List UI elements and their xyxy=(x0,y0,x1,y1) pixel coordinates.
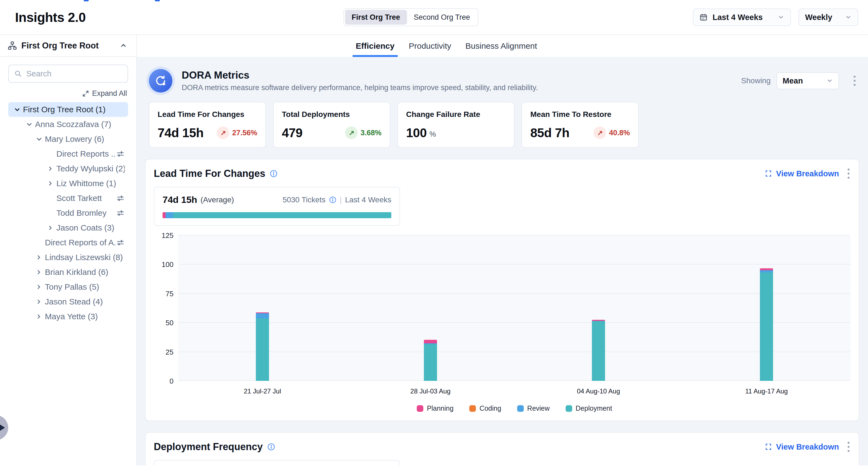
x-axis-label: 28 Jul-03 Aug xyxy=(410,387,451,395)
chevron-right-icon[interactable] xyxy=(47,225,56,231)
phase-segment-planning xyxy=(162,212,165,218)
top-right-controls: Last 4 Weeks Weekly xyxy=(693,8,858,26)
org-tree-toggle-second-org-tree[interactable]: Second Org Tree xyxy=(407,10,477,25)
dora-subtitle: DORA metrics measure software delivery p… xyxy=(182,84,538,92)
top-edge-artifact xyxy=(84,0,89,1)
tab-business-alignment[interactable]: Business Alignment xyxy=(465,35,537,57)
tree-item-jason-coats-3[interactable]: Jason Coats (3) xyxy=(8,221,128,235)
y-axis-tick-label: 75 xyxy=(165,290,174,298)
showing-control: Showing Mean xyxy=(741,72,857,89)
legend-swatch xyxy=(469,405,476,412)
filter-sliders-icon[interactable] xyxy=(116,209,125,217)
deployment-frequency-view-breakdown-button[interactable]: View Breakdown xyxy=(765,442,839,452)
chevron-right-icon[interactable] xyxy=(36,298,45,305)
tree-item-label: Mary Lowery (6) xyxy=(45,135,104,144)
tree-item-label: Liz Whittome (1) xyxy=(56,179,116,188)
tab-productivity[interactable]: Productivity xyxy=(409,35,451,57)
x-axis-label: 21 Jul-27 Jul xyxy=(244,387,281,395)
aggregation-select[interactable]: Mean xyxy=(777,72,839,89)
expand-corners-icon xyxy=(765,170,772,177)
chevron-right-icon[interactable] xyxy=(47,165,56,172)
tree-item-anna-scozzafava-7[interactable]: Anna Scozzafava (7) xyxy=(8,117,128,132)
expand-all-label: Expand All xyxy=(92,89,127,98)
tree-item-liz-whittome-1[interactable]: Liz Whittome (1) xyxy=(8,176,128,191)
expand-all-button[interactable]: Expand All xyxy=(8,89,127,98)
stat-card-value-row: 85d 7h↗40.8% xyxy=(530,125,630,140)
lead-time-section-title: Lead Time For Changes xyxy=(154,168,265,179)
app-window: Insights 2.0 First Org TreeSecond Org Tr… xyxy=(0,0,868,466)
legend-item-review: Review xyxy=(517,404,550,412)
chart-bar-21-jul-27-jul[interactable] xyxy=(256,312,269,381)
chevron-down-icon[interactable] xyxy=(26,121,35,128)
search-input[interactable] xyxy=(26,69,129,78)
tree-item-direct-reports[interactable]: Direct Reports ... xyxy=(8,146,128,161)
stat-card-value: 100 xyxy=(406,125,427,140)
tree-item-todd-bromley[interactable]: Todd Bromley xyxy=(8,206,128,221)
legend-item-coding: Coding xyxy=(469,404,501,412)
chevron-right-icon[interactable] xyxy=(36,269,45,275)
filter-sliders-icon[interactable] xyxy=(116,238,125,247)
dora-cycle-icon xyxy=(149,69,173,92)
dora-kebab-menu-icon[interactable] xyxy=(853,75,857,87)
stat-card-value: 74d 15h xyxy=(158,125,204,140)
tree-item-mary-lowery-6[interactable]: Mary Lowery (6) xyxy=(8,132,128,146)
tree-item-jason-stead-4[interactable]: Jason Stead (4) xyxy=(8,294,128,309)
tree-item-first-org-tree-root-1[interactable]: First Org Tree Root (1) xyxy=(8,102,128,117)
tab-efficiency[interactable]: Efficiency xyxy=(356,35,395,57)
trend-up-arrow-icon: ↗ xyxy=(217,126,229,139)
active-tab-underline xyxy=(352,55,398,57)
bar-segment-deployment xyxy=(760,272,773,381)
tree-item-brian-kirkland-6[interactable]: Brian Kirkland (6) xyxy=(8,265,128,280)
tree-item-lindsay-liszewski-8[interactable]: Lindsay Liszewski (8) xyxy=(8,250,128,265)
filter-sliders-icon[interactable] xyxy=(116,194,125,203)
deployment-frequency-summary-card xyxy=(154,460,400,465)
chevron-right-icon[interactable] xyxy=(36,284,45,290)
tree-item-scott-tarkett[interactable]: Scott Tarkett xyxy=(8,191,128,206)
tree-item-direct-reports-of-a[interactable]: Direct Reports of A... xyxy=(8,235,128,250)
sidebar-header[interactable]: First Org Tree Root xyxy=(0,35,136,57)
lead-time-chart: 0255075100125 21 Jul-27 Jul28 Jul-03 Aug… xyxy=(154,235,850,412)
info-icon[interactable] xyxy=(267,443,275,451)
top-edge-artifact xyxy=(155,0,160,1)
chart-bar-04-aug-10-aug[interactable] xyxy=(592,320,605,381)
trend-up-arrow-icon: ↗ xyxy=(593,126,606,139)
dora-title: DORA Metrics xyxy=(182,69,538,81)
tab-label: Productivity xyxy=(409,41,451,51)
filter-sliders-icon[interactable] xyxy=(116,149,125,158)
granularity-select[interactable]: Weekly xyxy=(799,8,858,26)
stat-card-delta-value: 40.8% xyxy=(609,129,630,137)
lead-time-summary-card: 74d 15h (Average) 5030 Tickets xyxy=(154,187,400,226)
summary-qualifier: (Average) xyxy=(200,196,234,204)
chart-gridline xyxy=(178,235,850,235)
view-breakdown-label: View Breakdown xyxy=(776,169,839,178)
deployment-frequency-header: Deployment Frequency xyxy=(154,441,850,453)
tree-item-teddy-wylupski-2[interactable]: Teddy Wylupski (2) xyxy=(8,161,128,176)
tab-label: Efficiency xyxy=(356,41,395,51)
search-box[interactable] xyxy=(8,65,128,83)
chevron-right-icon[interactable] xyxy=(47,180,56,187)
chart-bar-11-aug-17-aug[interactable] xyxy=(760,268,773,381)
collapse-chevron-up-icon[interactable] xyxy=(120,42,127,49)
info-icon[interactable] xyxy=(329,196,337,204)
stat-card-total-deployments: Total Deployments479↗3.68% xyxy=(273,102,390,148)
tree-item-maya-yette-3[interactable]: Maya Yette (3) xyxy=(8,309,128,324)
org-tree-sidebar: First Org Tree Root xyxy=(0,35,137,465)
date-range-select[interactable]: Last 4 Weeks xyxy=(693,8,791,26)
chart-y-axis: 0255075100125 xyxy=(154,235,178,381)
arrow-right-icon xyxy=(0,424,5,432)
chart-bar-28-jul-03-aug[interactable] xyxy=(424,340,437,381)
lead-time-view-breakdown-button[interactable]: View Breakdown xyxy=(765,169,839,178)
tree-item-label: Teddy Wylupski (2) xyxy=(56,164,125,173)
legend-item-deployment: Deployment xyxy=(566,404,612,412)
view-breakdown-label: View Breakdown xyxy=(776,442,839,452)
chevron-down-icon[interactable] xyxy=(36,136,45,143)
deployment-frequency-kebab-menu-icon[interactable] xyxy=(847,441,850,453)
trend-up-arrow-icon: ↗ xyxy=(345,126,358,139)
lead-time-kebab-menu-icon[interactable] xyxy=(847,168,850,180)
org-tree-toggle-first-org-tree[interactable]: First Org Tree xyxy=(345,10,407,25)
chevron-down-icon[interactable] xyxy=(14,106,23,113)
chevron-right-icon[interactable] xyxy=(36,313,45,320)
info-icon[interactable] xyxy=(270,170,278,178)
tree-item-tony-pallas-5[interactable]: Tony Pallas (5) xyxy=(8,280,128,294)
chevron-right-icon[interactable] xyxy=(36,254,45,261)
